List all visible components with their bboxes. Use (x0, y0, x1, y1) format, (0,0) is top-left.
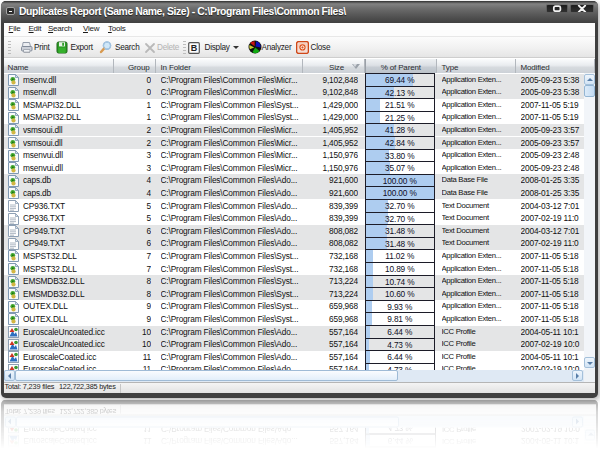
svg-text:B: B (190, 43, 197, 53)
